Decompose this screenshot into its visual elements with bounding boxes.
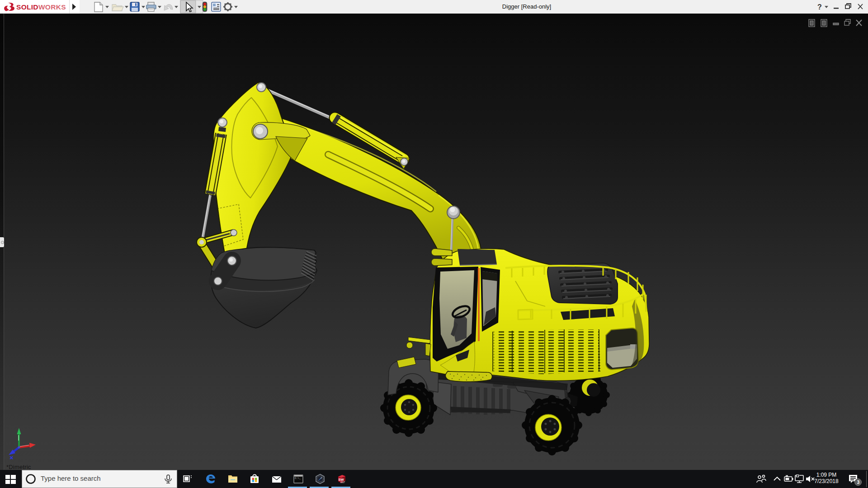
svg-text:C:\_: C:\_ — [295, 477, 301, 480]
svg-text:2017: 2017 — [340, 481, 345, 483]
svg-text:?: ? — [817, 3, 822, 11]
svg-text:SOLIDWORKS: SOLIDWORKS — [16, 3, 66, 11]
svg-text:3: 3 — [857, 479, 860, 485]
